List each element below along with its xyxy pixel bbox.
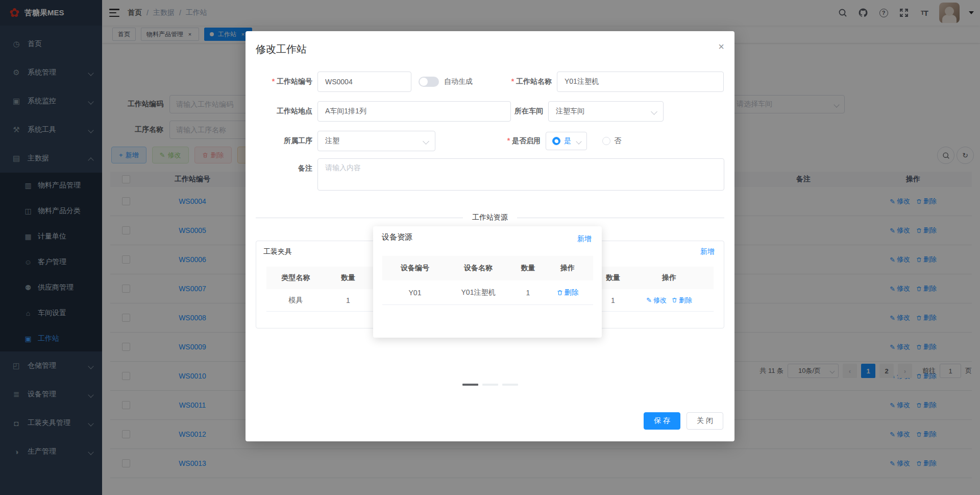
- ws-code-input[interactable]: [317, 72, 411, 92]
- dialog-title: 修改工作站: [256, 42, 307, 56]
- remark-label: 备注: [246, 164, 312, 173]
- right-row-edit-link[interactable]: ✎修改: [646, 296, 667, 305]
- equip-name-cell: Y01注塑机: [448, 288, 509, 297]
- equipment-table: 设备编号 设备名称 数量 操作 Y01 Y01注塑机 1 删除: [382, 256, 593, 305]
- equipment-resource-popup: 设备资源 新增 设备编号 设备名称 数量 操作 Y01 Y01注塑机 1 删除: [373, 226, 602, 338]
- carousel-indicator-2[interactable]: [482, 384, 498, 386]
- remark-textarea[interactable]: [317, 158, 724, 191]
- fixture-col-qty: 数量: [325, 273, 371, 282]
- right-row-delete-link[interactable]: 删除: [672, 296, 692, 305]
- fixture-col-type: 类型名称: [266, 273, 325, 282]
- equip-col-op: 操作: [547, 264, 588, 273]
- auto-generate-label: 自动生成: [444, 77, 473, 86]
- enabled-yes-radio[interactable]: 是: [546, 132, 587, 150]
- fixture-card-title: 工装夹具: [263, 247, 292, 256]
- equip-col-name: 设备名称: [448, 264, 509, 273]
- trash-icon: [557, 290, 563, 296]
- workshop-label: 所在车间: [485, 107, 543, 116]
- equip-col-code: 设备编号: [382, 264, 448, 273]
- trash-icon: [672, 297, 677, 303]
- equip-col-qty: 数量: [509, 264, 547, 273]
- process-select[interactable]: 注塑: [317, 131, 435, 151]
- right-col-op: 操作: [633, 273, 705, 282]
- equip-qty-cell: 1: [509, 289, 547, 297]
- process-select-value: 注塑: [325, 136, 339, 146]
- enabled-no-radio[interactable]: 否: [602, 136, 621, 146]
- ws-code-label: 工作站编号: [246, 77, 312, 86]
- radio-dot-icon: [552, 137, 560, 145]
- equipment-row: Y01 Y01注塑机 1 删除: [382, 280, 593, 305]
- dialog-close-icon[interactable]: ×: [718, 41, 724, 52]
- enabled-no-label: 否: [614, 136, 621, 146]
- auto-generate-toggle[interactable]: [419, 77, 439, 87]
- ws-name-label: 工作站名称: [485, 77, 552, 86]
- enabled-yes-label: 是: [564, 136, 571, 146]
- carousel-indicator-3[interactable]: [502, 384, 518, 386]
- close-button[interactable]: 关 闭: [687, 412, 723, 430]
- workshop-dialog-select[interactable]: 注塑车间: [548, 101, 664, 122]
- equipment-popup-title: 设备资源: [382, 232, 412, 242]
- carousel-indicators: [462, 384, 518, 386]
- process-label: 所属工序: [246, 136, 312, 146]
- equip-delete-link[interactable]: 删除: [557, 288, 579, 297]
- carousel-indicator-1[interactable]: [462, 384, 478, 386]
- edit-workstation-dialog: 修改工作站 × 工作站编号 自动生成 工作站名称 工作站地点 所在车间 注塑车间…: [246, 31, 734, 441]
- equipment-add-link[interactable]: 新增: [577, 234, 592, 244]
- resources-divider: 工作站资源: [256, 213, 724, 223]
- ws-location-label: 工作站地点: [246, 107, 312, 116]
- radio-dot-icon: [602, 137, 610, 145]
- fixture-type-cell: 模具: [266, 296, 325, 305]
- right-card-add-link[interactable]: 新增: [700, 247, 715, 256]
- save-button[interactable]: 保 存: [644, 412, 680, 430]
- ws-name-input[interactable]: [557, 72, 724, 92]
- ws-location-input[interactable]: [317, 101, 511, 122]
- app-viewport: ✿ 苦糖果MES ◷ 首页 ⚙ 系统管理 ▣ 系统监控 ⚒ 系统工具: [0, 0, 980, 495]
- workshop-dialog-select-value: 注塑车间: [556, 107, 584, 116]
- enabled-label: 是否启用: [485, 136, 541, 146]
- fixture-qty-cell: 1: [325, 296, 371, 304]
- dialog-footer: 保 存 关 闭: [644, 412, 723, 430]
- equip-code-cell: Y01: [382, 289, 448, 297]
- resources-divider-label: 工作站资源: [463, 213, 517, 222]
- edit-icon: ✎: [646, 296, 652, 304]
